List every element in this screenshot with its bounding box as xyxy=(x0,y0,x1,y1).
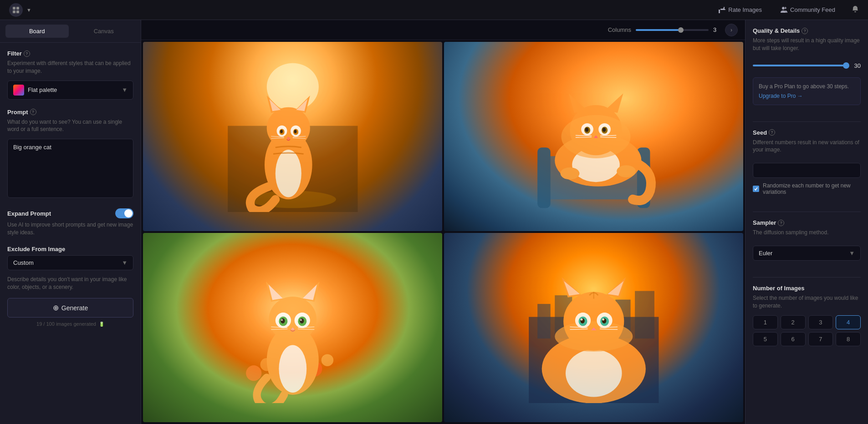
columns-slider[interactable] xyxy=(636,29,709,31)
num-images-btn-2[interactable]: 2 xyxy=(781,315,806,329)
svg-point-52 xyxy=(279,345,306,393)
pro-banner-text: Buy a Pro Plan to go above 30 steps. xyxy=(759,83,855,90)
randomize-checkbox[interactable] xyxy=(753,186,759,192)
tab-board[interactable]: Board xyxy=(5,25,69,38)
prompt-input[interactable]: Big orange cat xyxy=(7,139,133,198)
rate-images-button[interactable]: Rate Images xyxy=(715,5,766,15)
quality-desc: More steps will result in a high quality… xyxy=(753,37,861,52)
prompt-desc: What do you want to see? You can use a s… xyxy=(7,118,133,134)
exclude-desc: Describe details you don't want in your … xyxy=(7,276,133,291)
svg-point-62 xyxy=(281,318,285,323)
svg-point-8 xyxy=(275,150,301,197)
main-layout: Board Canvas Filter ? Experiment with di… xyxy=(0,20,868,424)
svg-rect-72 xyxy=(537,304,551,338)
tab-canvas[interactable]: Canvas xyxy=(72,25,136,38)
filter-chevron-icon: ▼ xyxy=(122,86,128,93)
exclude-dropdown[interactable]: Custom ▼ xyxy=(7,255,133,270)
right-sidebar: Quality & Details ? More steps will resu… xyxy=(745,20,868,424)
tab-bar: Board Canvas xyxy=(0,20,141,43)
quality-slider[interactable] xyxy=(753,65,846,66)
img-overlay-1 xyxy=(143,42,442,231)
pro-banner: Buy a Pro Plan to go above 30 steps. Upg… xyxy=(753,77,861,105)
expand-prompt-title: Expand Prompt xyxy=(7,210,51,217)
svg-point-40 xyxy=(585,127,588,132)
svg-marker-35 xyxy=(604,93,623,113)
svg-line-46 xyxy=(600,137,616,137)
img-overlay-3 xyxy=(143,233,442,422)
num-images-btn-5[interactable]: 5 xyxy=(753,332,778,346)
expand-prompt-toggle[interactable] xyxy=(115,208,133,218)
logo-icon[interactable] xyxy=(9,3,23,17)
svg-line-94 xyxy=(570,329,587,329)
num-images-btn-4[interactable]: 4 xyxy=(836,315,861,329)
svg-point-90 xyxy=(580,318,582,321)
img-overlay-2 xyxy=(444,42,743,231)
divider-1 xyxy=(753,121,861,122)
num-images-title: Number of Images xyxy=(753,285,861,292)
svg-point-30 xyxy=(560,167,579,180)
quality-help-icon[interactable]: ? xyxy=(802,28,808,34)
filter-title: Filter ? xyxy=(7,50,133,57)
randomize-label: Randomize each number to get new variati… xyxy=(763,182,861,195)
logo-dropdown[interactable]: ▼ xyxy=(26,7,31,13)
prompt-title: Prompt ? xyxy=(7,109,133,116)
image-cell-3[interactable] xyxy=(143,233,442,422)
cat-image-3 xyxy=(173,252,413,404)
expand-panel-button[interactable]: › xyxy=(725,24,738,36)
seed-help-icon[interactable]: ? xyxy=(769,129,775,136)
generate-button[interactable]: ⊕ Generate xyxy=(7,298,133,318)
num-images-btn-7[interactable]: 7 xyxy=(808,332,833,346)
left-sidebar: Board Canvas Filter ? Experiment with di… xyxy=(0,20,141,424)
sampler-dropdown[interactable]: Euler ▼ xyxy=(753,246,861,261)
num-images-btn-1[interactable]: 1 xyxy=(753,315,778,329)
seed-input[interactable] xyxy=(753,163,861,178)
sampler-title: Sampler ? xyxy=(753,219,861,226)
usage-bar: 19 / 100 images generated 🔋 xyxy=(7,321,133,327)
generate-plus-icon: ⊕ xyxy=(53,303,59,312)
columns-slider-fill xyxy=(636,29,679,31)
sampler-help-icon[interactable]: ? xyxy=(778,220,784,226)
exclude-title: Exclude From Image xyxy=(7,246,133,252)
image-cell-1[interactable] xyxy=(143,42,442,231)
upgrade-link[interactable]: Upgrade to Pro → xyxy=(759,93,803,99)
notification-button[interactable] xyxy=(850,4,861,16)
filter-help-icon[interactable]: ? xyxy=(24,50,30,57)
image-cell-4[interactable] xyxy=(444,233,743,422)
svg-point-91 xyxy=(602,318,604,321)
quality-slider-fill xyxy=(753,65,846,66)
filter-dropdown[interactable]: Flat palette ▼ xyxy=(7,81,133,100)
sampler-value: Euler xyxy=(759,250,772,257)
filter-desc: Experiment with different styles that ca… xyxy=(7,60,133,75)
seed-title: Seed ? xyxy=(753,129,861,136)
quality-title: Quality & Details ? xyxy=(753,27,861,34)
image-grid xyxy=(141,40,745,424)
svg-point-77 xyxy=(566,349,622,397)
img-overlay-4 xyxy=(444,233,743,422)
prompt-help-icon[interactable]: ? xyxy=(30,109,36,115)
num-images-btn-8[interactable]: 8 xyxy=(836,332,861,346)
columns-value: 3 xyxy=(713,26,720,33)
divider-3 xyxy=(753,277,861,278)
svg-point-9 xyxy=(266,107,310,148)
svg-rect-3 xyxy=(16,10,19,13)
nav-actions: Rate Images Community Feed xyxy=(715,4,861,16)
quality-slider-thumb xyxy=(843,62,849,69)
community-icon xyxy=(780,6,787,14)
svg-point-41 xyxy=(602,127,606,132)
community-feed-button[interactable]: Community Feed xyxy=(776,5,839,15)
svg-rect-75 xyxy=(635,291,654,338)
image-cell-2[interactable] xyxy=(444,42,743,231)
num-images-btn-3[interactable]: 3 xyxy=(808,315,833,329)
svg-rect-2 xyxy=(13,10,15,13)
svg-line-43 xyxy=(576,135,592,136)
svg-point-50 xyxy=(321,354,333,366)
svg-point-47 xyxy=(246,365,261,381)
num-images-btn-6[interactable]: 6 xyxy=(781,332,806,346)
expand-prompt-desc: Use AI to improve short prompts and get … xyxy=(7,221,133,237)
sampler-chevron-icon: ▼ xyxy=(849,250,855,257)
sidebar-body: Filter ? Experiment with different style… xyxy=(0,43,141,334)
filter-select-inner: Flat palette xyxy=(13,85,57,96)
exclude-chevron-icon: ▼ xyxy=(122,259,128,266)
randomize-row: Randomize each number to get new variati… xyxy=(753,182,861,195)
thumbsup-icon xyxy=(718,6,725,14)
